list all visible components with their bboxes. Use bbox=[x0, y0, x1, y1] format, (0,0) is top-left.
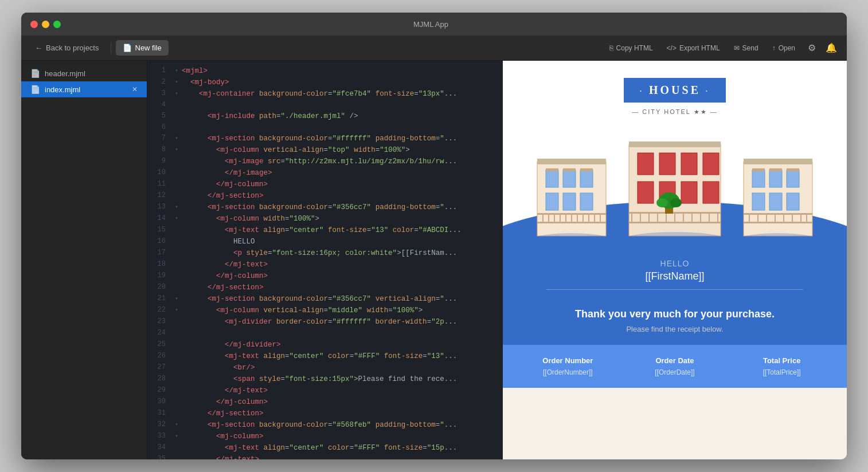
code-line: 9 <mj-image src="http://z2mx.mjt.lu/img/… bbox=[147, 156, 503, 167]
file-icon-header: 📄 bbox=[30, 69, 40, 78]
order-number-label: Order Number bbox=[514, 356, 621, 365]
svg-rect-54 bbox=[744, 159, 812, 164]
code-line: 28 <span style="font-size:15px">Please f… bbox=[147, 373, 503, 385]
svg-rect-12 bbox=[580, 193, 593, 210]
email-preview: · HOUSE · — CITY HOTEL ★★ — bbox=[503, 61, 847, 459]
hotel-name-dots-left: · bbox=[640, 87, 644, 95]
code-line: 16 HELLO bbox=[147, 236, 503, 247]
hotel-name-dots-right: · bbox=[706, 87, 710, 95]
svg-point-74 bbox=[534, 233, 609, 245]
order-number-value: [[OrderNumber]] bbox=[514, 368, 621, 376]
toolbar: ← Back to projects 📄 New file ⎘ Copy HTM… bbox=[21, 36, 847, 61]
svg-rect-29 bbox=[659, 153, 675, 175]
email-header-section: · HOUSE · — CITY HOTEL ★★ — bbox=[503, 61, 847, 127]
building-svg bbox=[503, 127, 847, 247]
order-section: Order Number [[OrderNumber]] Order Date … bbox=[503, 345, 847, 388]
building-illustration-section bbox=[503, 127, 847, 247]
copy-html-label: Copy HTML bbox=[616, 44, 653, 52]
file-icon-index: 📄 bbox=[30, 85, 40, 94]
file-icon: 📄 bbox=[123, 44, 132, 52]
hotel-tagline: — CITY HOTEL ★★ — bbox=[514, 108, 835, 116]
svg-point-76 bbox=[741, 233, 815, 245]
svg-rect-57 bbox=[769, 170, 782, 187]
app-window: MJML App ← Back to projects 📄 New file ⎘… bbox=[21, 13, 847, 459]
svg-rect-4 bbox=[546, 170, 558, 187]
svg-rect-25 bbox=[537, 222, 606, 223]
code-line: 19 </mj-column> bbox=[147, 270, 503, 282]
code-line: 25 </mj-divider> bbox=[147, 339, 503, 351]
code-line: 10 </mj-image> bbox=[147, 167, 503, 179]
settings-button[interactable]: ⚙ bbox=[803, 40, 820, 57]
total-price-col: Total Price [[TotalPrice]] bbox=[728, 356, 835, 376]
code-line: 1 ▾ <mjml> bbox=[147, 65, 503, 77]
svg-rect-3 bbox=[537, 159, 606, 164]
notifications-button[interactable]: 🔔 bbox=[823, 40, 840, 57]
svg-rect-6 bbox=[563, 170, 576, 187]
code-line: 32 ▾ <mj-section background-color="#568f… bbox=[147, 419, 503, 431]
svg-rect-27 bbox=[629, 141, 721, 147]
send-button[interactable]: ✉ Send bbox=[728, 41, 764, 55]
new-file-button[interactable]: 📄 New file bbox=[116, 40, 169, 56]
svg-rect-59 bbox=[787, 170, 799, 187]
svg-rect-32 bbox=[638, 182, 654, 203]
send-label: Send bbox=[742, 44, 758, 52]
sidebar-file-name-index: index.mjml bbox=[45, 85, 80, 94]
code-line: 3 ▾ <mj-container background-color="#fce… bbox=[147, 88, 503, 100]
svg-point-40 bbox=[670, 198, 682, 207]
total-price-label: Total Price bbox=[728, 356, 835, 365]
code-line: 29 </mj-text> bbox=[147, 385, 503, 396]
code-line: 26 <mj-text align="center" color="#FFF" … bbox=[147, 351, 503, 362]
svg-rect-8 bbox=[580, 170, 593, 187]
svg-rect-64 bbox=[744, 213, 812, 215]
code-line: 17 <p style="font-size:16px; color:white… bbox=[147, 247, 503, 259]
thank-you-section: Thank you very much for your purchase. P… bbox=[503, 308, 847, 345]
total-price-value: [[TotalPrice]] bbox=[728, 368, 835, 376]
order-date-label: Order Date bbox=[621, 356, 729, 365]
svg-rect-28 bbox=[638, 153, 654, 175]
code-line: 8 ▾ <mj-column vertical-align="top" widt… bbox=[147, 144, 503, 156]
toolbar-left: ← Back to projects 📄 New file bbox=[28, 40, 169, 56]
toolbar-separator bbox=[111, 42, 111, 54]
svg-rect-36 bbox=[629, 212, 721, 214]
code-line: 15 <mj-text align="center" font-size="13… bbox=[147, 225, 503, 236]
code-line: 30 </mj-column> bbox=[147, 396, 503, 408]
back-arrow-icon: ← bbox=[35, 44, 42, 52]
bell-icon: 🔔 bbox=[826, 42, 837, 53]
code-lines-container: 1 ▾ <mjml> 2 ▾ <mj-body> 3 ▾ <mj-contain… bbox=[147, 61, 503, 459]
code-line: 35 </mj-text> bbox=[147, 454, 503, 459]
back-to-projects-button[interactable]: ← Back to projects bbox=[28, 40, 106, 56]
new-file-label: New file bbox=[135, 44, 162, 52]
code-line: 14 ▾ <mj-column width="100%"> bbox=[147, 213, 503, 225]
code-line: 21 ▾ <mj-section background-color="#356c… bbox=[147, 293, 503, 305]
title-bar: MJML App bbox=[21, 13, 847, 36]
code-line: 34 <mj-text align="center" color="#FFF" … bbox=[147, 442, 503, 454]
close-file-icon[interactable]: ✕ bbox=[132, 85, 138, 93]
svg-rect-56 bbox=[752, 168, 765, 171]
order-date-value: [[OrderDate]] bbox=[621, 368, 729, 376]
sidebar-item-index[interactable]: 📄 index.mjml ✕ bbox=[21, 81, 147, 97]
code-line: 6 bbox=[147, 122, 503, 133]
code-icon: </> bbox=[667, 44, 677, 52]
code-line: 24 bbox=[147, 328, 503, 339]
sidebar: 📄 header.mjml 📄 index.mjml ✕ bbox=[21, 61, 147, 459]
code-line: 5 <mj-include path="./header.mjml" /> bbox=[147, 111, 503, 122]
back-to-projects-label: Back to projects bbox=[46, 44, 99, 52]
hotel-name-text: HOUSE bbox=[649, 84, 706, 96]
sidebar-item-header[interactable]: 📄 header.mjml bbox=[21, 65, 147, 81]
code-line: 20 </mj-section> bbox=[147, 282, 503, 293]
window-title: MJML App bbox=[24, 20, 838, 29]
export-html-button[interactable]: </> Export HTML bbox=[661, 41, 726, 55]
svg-point-75 bbox=[626, 232, 724, 246]
send-icon: ✉ bbox=[734, 44, 740, 52]
code-line: 12 </mj-section> bbox=[147, 190, 503, 202]
receipt-text: Please find the receipt below. bbox=[514, 325, 835, 333]
copy-icon: ⎘ bbox=[609, 44, 613, 52]
code-editor[interactable]: 1 ▾ <mjml> 2 ▾ <mj-body> 3 ▾ <mj-contain… bbox=[147, 61, 503, 459]
svg-rect-63 bbox=[787, 193, 799, 210]
open-button[interactable]: ↑ Open bbox=[767, 41, 801, 55]
thank-you-text: Thank you very much for your purchase. bbox=[514, 308, 835, 320]
copy-html-button[interactable]: ⎘ Copy HTML bbox=[604, 41, 659, 55]
toolbar-right: ⎘ Copy HTML </> Export HTML ✉ Send ↑ Ope… bbox=[604, 40, 840, 57]
code-line: 11 </mj-column> bbox=[147, 179, 503, 190]
code-line: 18 </mj-text> bbox=[147, 259, 503, 270]
